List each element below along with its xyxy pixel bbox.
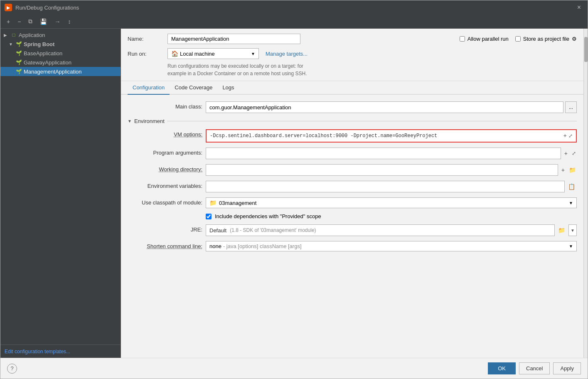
springboot-icon: 🌱	[15, 41, 22, 47]
name-label: Name:	[128, 36, 161, 42]
shorten-value: none	[209, 243, 221, 249]
footer-right: OK Cancel Apply	[488, 362, 581, 374]
environment-line	[167, 121, 577, 121]
manage-targets-link[interactable]: Manage targets...	[266, 51, 308, 57]
module-dropdown[interactable]: 📁 03management ▼	[206, 197, 577, 208]
module-value: 03management	[219, 200, 256, 206]
working-dir-input[interactable]	[206, 164, 558, 176]
collapse-arrow-application: ▶	[4, 33, 9, 37]
cancel-button[interactable]: Cancel	[519, 362, 550, 374]
shorten-field: none - java [options] className [args] ▼	[206, 241, 577, 251]
allow-parallel-checkbox[interactable]	[460, 36, 465, 42]
footer-left: ?	[7, 364, 17, 374]
program-args-field: + ⤢	[206, 148, 577, 159]
jre-detail-text: (1.8 - SDK of '03management' module)	[230, 227, 316, 233]
sidebar-footer: Edit configuration templates...	[0, 345, 121, 358]
allow-parallel-label: Allow parallel run	[467, 36, 509, 42]
store-as-project-label: Store as project file	[523, 36, 569, 42]
close-button[interactable]: ×	[575, 3, 583, 12]
sort-button[interactable]: ↕	[65, 17, 74, 27]
store-as-project-checkbox[interactable]	[515, 36, 521, 42]
name-row: Name: Allow parallel run Store as projec…	[128, 34, 577, 44]
run-description-text: Run configurations may be executed local…	[167, 63, 307, 76]
classpath-field: 📁 03management ▼	[206, 197, 577, 208]
run-on-row: Run on: 🏠 Local machine ▼ Manage targets…	[128, 48, 577, 59]
ok-button[interactable]: OK	[488, 362, 516, 374]
apply-button[interactable]: Apply	[553, 362, 581, 374]
tabs-bar: Configuration Code Coverage Logs	[121, 81, 583, 95]
title-bar: ▶ Run/Debug Configurations ×	[0, 0, 588, 15]
vm-options-add-icon[interactable]: +	[563, 133, 567, 139]
right-panel: Name: Allow parallel run Store as projec…	[121, 29, 583, 358]
store-checkbox-row: Store as project file ⚙	[515, 36, 577, 42]
shorten-dropdown-arrow: ▼	[569, 244, 573, 249]
vm-options-value[interactable]: -Dcsp.sentinel.dashboard.server=localhos…	[210, 133, 562, 139]
environment-section-header[interactable]: ▼ Environment	[128, 118, 577, 124]
program-args-expand-icon[interactable]: ⤢	[571, 150, 577, 156]
sidebar-item-management-app[interactable]: 🌱 ManagementApplication	[0, 67, 121, 76]
springboot-label: Spring Boot	[24, 41, 54, 47]
base-app-icon: 🌱	[15, 50, 22, 57]
program-args-add-icon[interactable]: +	[563, 150, 569, 157]
main-class-label: Main class:	[128, 101, 202, 110]
config-header: Name: Allow parallel run Store as projec…	[121, 29, 583, 81]
include-deps-row: Include dependencies with "Provided" sco…	[206, 213, 577, 219]
remove-button[interactable]: −	[15, 17, 24, 27]
collapse-arrow-springboot: ▼	[9, 42, 14, 47]
move-button[interactable]: →	[52, 17, 63, 27]
environment-title: Environment	[134, 118, 165, 124]
toolbar: + − ⧉ 💾 → ↕	[0, 15, 588, 29]
env-vars-row: Environment variables: 📋	[128, 181, 577, 192]
base-app-label: BaseApplication	[24, 50, 62, 57]
jre-default-text: Default	[209, 227, 226, 234]
environment-arrow: ▼	[128, 119, 132, 123]
shorten-detail: - java [options] className [args]	[223, 243, 302, 249]
vm-options-expand-icon[interactable]: ⤢	[568, 133, 573, 139]
jre-browse-icon[interactable]: 📁	[556, 227, 567, 234]
run-description: Run configurations may be executed local…	[167, 62, 577, 77]
gateway-app-label: GatewayApplication	[24, 59, 71, 66]
env-vars-field: 📋	[206, 181, 577, 192]
tab-logs[interactable]: Logs	[217, 81, 239, 95]
working-dir-row: Working directory: + 📁	[128, 164, 577, 176]
env-vars-browse-icon[interactable]: 📋	[566, 183, 577, 190]
save-button[interactable]: 💾	[37, 17, 50, 27]
help-button[interactable]: ?	[7, 364, 17, 374]
program-args-input[interactable]	[206, 148, 561, 159]
jre-dropdown-arrow[interactable]: ▼	[568, 224, 577, 236]
jre-row: JRE: Default (1.8 - SDK of '03management…	[128, 224, 577, 236]
working-dir-browse-icon[interactable]: 📁	[568, 167, 577, 173]
gear-icon: ⚙	[572, 36, 577, 42]
sidebar-item-application[interactable]: ▶ □ Application	[0, 30, 121, 39]
env-vars-input[interactable]	[206, 181, 565, 192]
vertical-scrollbar[interactable]	[583, 29, 588, 358]
edit-templates-link[interactable]: Edit configuration templates...	[5, 349, 70, 354]
app-icon: ▶	[5, 4, 12, 11]
tab-configuration[interactable]: Configuration	[128, 81, 170, 95]
copy-button[interactable]: ⧉	[25, 16, 35, 27]
jre-field: Default (1.8 - SDK of '03management' mod…	[206, 224, 577, 236]
name-input[interactable]	[167, 34, 300, 44]
sidebar: ▶ □ Application ▼ 🌱 Spring Boot 🌱 BaseAp…	[0, 29, 121, 358]
parallel-checkbox-row: Allow parallel run	[460, 36, 509, 42]
run-on-dropdown[interactable]: 🏠 Local machine ▼	[167, 48, 259, 59]
gateway-app-icon: 🌱	[15, 59, 22, 66]
sidebar-item-spring-boot[interactable]: ▼ 🌱 Spring Boot	[0, 39, 121, 49]
management-app-label: ManagementApplication	[24, 69, 81, 75]
tab-code-coverage[interactable]: Code Coverage	[170, 81, 217, 95]
classpath-label: Use classpath of module:	[128, 197, 202, 206]
scrollbar-thumb[interactable]	[584, 37, 588, 62]
sidebar-item-base-app[interactable]: 🌱 BaseApplication	[0, 49, 121, 58]
dialog-footer: ? OK Cancel Apply	[0, 358, 588, 379]
application-icon: □	[10, 32, 17, 38]
shorten-dropdown[interactable]: none - java [options] className [args] ▼	[206, 241, 577, 251]
jre-label: JRE:	[128, 224, 202, 233]
config-content: Main class: ... ▼ Environment	[121, 95, 583, 358]
sidebar-item-gateway-app[interactable]: 🌱 GatewayApplication	[0, 58, 121, 67]
dropdown-arrow-run-on: ▼	[251, 52, 255, 56]
include-deps-checkbox[interactable]	[206, 214, 212, 219]
main-class-input[interactable]	[206, 101, 563, 113]
main-class-browse-btn[interactable]: ...	[565, 101, 577, 113]
add-button[interactable]: +	[4, 17, 13, 27]
working-dir-add-icon[interactable]: +	[560, 167, 566, 173]
